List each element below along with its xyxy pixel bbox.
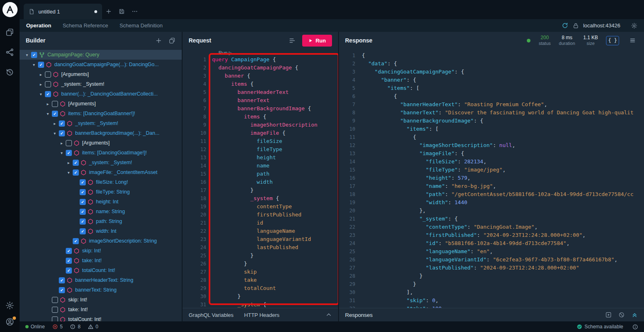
tree-item[interactable]: ▾✓bannerBackgroundImage(...): _Dan... — [20, 128, 182, 138]
prettify-icon[interactable] — [289, 37, 296, 44]
plugins-icon[interactable] — [5, 48, 14, 57]
chevron-right-icon[interactable]: ▸ — [51, 121, 58, 126]
tree-item[interactable]: skip: Int! — [20, 295, 182, 305]
field-checkbox[interactable]: ✓ — [80, 179, 86, 185]
field-checkbox[interactable]: ✓ — [66, 150, 72, 156]
chevron-down-icon[interactable]: ▾ — [58, 151, 65, 155]
builder-tree[interactable]: ▾✓CampaignPage: Query▾✓dancingGoatCampai… — [20, 50, 182, 321]
field-checkbox[interactable]: ✓ — [80, 189, 86, 195]
chevron-down-icon[interactable]: ▾ — [24, 53, 30, 57]
field-checkbox[interactable]: ✓ — [73, 160, 79, 166]
tree-item[interactable]: totalCount: Int! — [20, 314, 182, 321]
tab-operation[interactable]: Operation — [26, 22, 51, 29]
chevron-down-icon[interactable]: ▾ — [38, 92, 44, 96]
tree-item[interactable]: ▸[Arguments] — [20, 138, 182, 148]
about-info-icon[interactable] — [632, 324, 638, 330]
chevron-right-icon[interactable]: ▸ — [38, 82, 44, 87]
tree-item[interactable]: ✓fileType: String — [20, 187, 182, 197]
expand-double-chevron-icon[interactable] — [631, 312, 638, 318]
field-checkbox[interactable] — [52, 101, 58, 107]
field-checkbox[interactable]: ✓ — [59, 120, 65, 127]
save-button[interactable] — [115, 4, 128, 19]
field-checkbox[interactable]: ✓ — [66, 248, 72, 254]
tree-item[interactable]: ▸[Arguments] — [20, 99, 182, 109]
tree-item[interactable]: ▾✓dancingGoatCampaignPage(...): DancingG… — [20, 60, 182, 69]
chevron-right-icon[interactable]: ▸ — [58, 141, 65, 145]
tree-item[interactable]: ✓totalCount: Int! — [20, 265, 182, 275]
field-checkbox[interactable]: ✓ — [73, 238, 79, 244]
tree-item[interactable]: ✓name: String — [20, 207, 182, 216]
history-icon[interactable] — [5, 68, 14, 77]
refresh-schema-icon[interactable] — [562, 22, 568, 29]
chevron-right-icon[interactable]: ▸ — [38, 72, 44, 77]
tab-untitled[interactable]: untitled 1 — [24, 4, 102, 19]
field-checkbox[interactable] — [45, 81, 51, 87]
field-checkbox[interactable] — [52, 297, 58, 303]
field-checkbox[interactable] — [52, 307, 58, 313]
tree-item[interactable]: ▸✓_system: _System! — [20, 158, 182, 167]
field-checkbox[interactable]: ✓ — [66, 267, 72, 274]
chevron-down-icon[interactable]: ▾ — [51, 131, 58, 136]
field-checkbox[interactable]: ✓ — [80, 199, 86, 205]
tree-item[interactable]: ▾✓CampaignPage: Query — [20, 50, 182, 60]
info-count[interactable]: 8 — [70, 324, 80, 330]
field-checkbox[interactable] — [45, 71, 51, 78]
chevron-right-icon[interactable]: ▸ — [65, 160, 72, 165]
run-button[interactable]: Run — [302, 35, 332, 47]
tree-item[interactable]: ▾✓imageFile: _ContentItemAsset — [20, 167, 182, 177]
field-checkbox[interactable] — [52, 316, 58, 322]
tab-schema-definition[interactable]: Schema Definition — [120, 22, 163, 29]
field-checkbox[interactable]: ✓ — [38, 62, 44, 68]
field-checkbox[interactable]: ✓ — [80, 209, 86, 215]
altair-logo[interactable] — [2, 2, 18, 17]
new-tab-button[interactable] — [102, 4, 115, 19]
add-operation-icon[interactable] — [155, 37, 162, 44]
field-checkbox[interactable]: ✓ — [73, 169, 79, 176]
list-view-button[interactable] — [627, 36, 638, 45]
tree-item[interactable]: ✓bannerText: String — [20, 285, 182, 295]
endpoint-url[interactable]: localhost:43426 — [583, 22, 620, 29]
tree-item[interactable]: ✓imageShortDescription: String — [20, 236, 182, 246]
tree-item[interactable]: ✓width: Int — [20, 226, 182, 236]
collections-icon[interactable] — [5, 28, 14, 37]
field-checkbox[interactable]: ✓ — [52, 111, 58, 117]
field-checkbox[interactable]: ✓ — [45, 91, 51, 97]
warning-count[interactable]: 0 — [88, 324, 98, 330]
field-checkbox[interactable]: ✓ — [80, 218, 86, 225]
field-checkbox[interactable]: ✓ — [59, 277, 65, 283]
field-checkbox[interactable]: ✓ — [66, 258, 72, 264]
chevron-right-icon[interactable]: ▸ — [45, 102, 51, 106]
settings-gear-icon[interactable] — [5, 301, 14, 310]
http-headers-toggle[interactable]: HTTP Headers — [244, 312, 279, 318]
tree-item[interactable]: ▾✓items: [DancingGoatImage!]! — [20, 148, 182, 158]
chevron-down-icon[interactable]: ▾ — [31, 62, 37, 67]
tree-item[interactable]: ▸_system: _System! — [20, 79, 182, 89]
tree-item[interactable]: ✓path: String — [20, 216, 182, 226]
tree-item[interactable]: ✓fileSize: Long! — [20, 177, 182, 187]
endpoint-settings-gear-icon[interactable] — [631, 22, 637, 29]
request-editor[interactable]: Run ▷ 1query CampaignPage {2 dancingGoat… — [183, 49, 338, 308]
field-checkbox[interactable]: ✓ — [59, 287, 65, 293]
tree-item[interactable]: ✓skip: Int! — [20, 246, 182, 256]
chevron-down-icon[interactable]: ▾ — [65, 170, 72, 175]
field-checkbox[interactable]: ✓ — [80, 228, 86, 234]
tree-item[interactable]: ✓take: Int! — [20, 256, 182, 265]
graphql-variables-toggle[interactable]: GraphQL Variables — [189, 312, 234, 318]
field-checkbox[interactable]: ✓ — [31, 52, 37, 58]
open-in-window-icon[interactable] — [605, 312, 612, 318]
collapse-chevron-up-icon[interactable] — [325, 312, 332, 318]
tree-item[interactable]: take: Int! — [20, 305, 182, 314]
tree-item[interactable]: ✓height: Int — [20, 197, 182, 207]
tree-item[interactable]: ▸✓_system: _System! — [20, 118, 182, 128]
error-count[interactable]: 5 — [52, 324, 63, 330]
duplicate-window-icon[interactable] — [169, 37, 176, 44]
account-icon[interactable] — [5, 317, 14, 326]
tree-item[interactable]: ▸[Arguments] — [20, 69, 182, 79]
tree-item[interactable]: ▾✓items: [DancingGoatBanner!]! — [20, 109, 182, 118]
chevron-down-icon[interactable]: ▾ — [45, 111, 51, 116]
cancel-request-icon[interactable] — [618, 312, 625, 318]
tab-schema-reference[interactable]: Schema Reference — [62, 22, 108, 29]
field-checkbox[interactable] — [66, 140, 72, 146]
raw-json-view-button[interactable]: { } — [606, 36, 619, 45]
field-checkbox[interactable]: ✓ — [59, 130, 65, 136]
